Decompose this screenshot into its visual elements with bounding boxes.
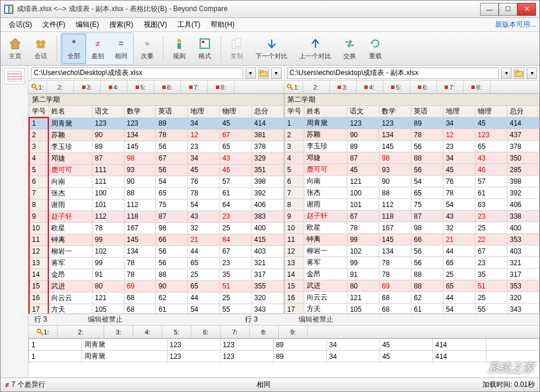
right-grid[interactable]: 第二学期学号姓名语文数学英语地理物理总分1周青黛1231238934454142… bbox=[285, 94, 540, 313]
col-header-8[interactable]: 8: bbox=[464, 81, 491, 93]
table-row[interactable]: 6向南12190547657398 bbox=[285, 176, 539, 187]
table-row[interactable]: 16向云云12168624425320 bbox=[29, 292, 283, 304]
table-row[interactable]: 5鹿可可11193564546351 bbox=[29, 164, 283, 176]
swap-button[interactable]: 交换 bbox=[338, 34, 362, 64]
rules-button[interactable]: 规则 bbox=[167, 34, 191, 64]
thumbnail-button[interactable] bbox=[4, 68, 25, 84]
table-row[interactable]: 7张杰10088657861392 bbox=[29, 187, 283, 199]
table-row[interactable]: 11钟离99145662122353 bbox=[285, 234, 539, 245]
table-row[interactable]: 6向南12190547657398 bbox=[29, 176, 283, 187]
table-row[interactable]: 4邓婕8798673443329 bbox=[29, 152, 283, 164]
table-row[interactable]: 14金昂9178882535317 bbox=[285, 269, 539, 280]
maximize-button[interactable]: ☐ bbox=[499, 3, 517, 16]
bottom-col-header[interactable]: 4: bbox=[133, 326, 162, 338]
table-row[interactable]: 9赵子轩112118874323383 bbox=[29, 211, 283, 222]
table-row[interactable]: 8谢雨101112755463406 bbox=[285, 199, 539, 211]
cell: 61 bbox=[411, 304, 443, 314]
table-row[interactable]: 2苏颖901347812123437 bbox=[285, 129, 539, 141]
right-browse-dropdown[interactable]: ▾ bbox=[527, 67, 537, 79]
menu-file[interactable]: 文件(F) bbox=[38, 18, 70, 31]
table-row[interactable]: 1周青黛123123893445414 bbox=[285, 117, 539, 129]
bottom-col-header[interactable]: 2: bbox=[58, 326, 104, 338]
table-row[interactable]: 12柳岩一102134564467403 bbox=[29, 245, 283, 257]
col-header-2[interactable]: 2: bbox=[303, 81, 330, 93]
close-button[interactable]: ✕ bbox=[517, 3, 536, 16]
col-header-3[interactable]: 3: bbox=[74, 81, 101, 93]
table-row[interactable]: 4邓婕8798883443350 bbox=[285, 152, 539, 164]
bottom-col-header[interactable]: 3: bbox=[104, 326, 133, 338]
table-row[interactable]: 10欧星78167983225400 bbox=[29, 222, 283, 234]
col-header-4[interactable]: 4: bbox=[357, 81, 383, 93]
bottom-col-header[interactable]: 1: bbox=[29, 326, 58, 338]
table-row[interactable]: 17方天10568615455343 bbox=[285, 304, 539, 314]
table-row[interactable]: 7张杰10088657861392 bbox=[285, 187, 539, 199]
bottom-row[interactable]: 1周青黛123123893445414 bbox=[29, 351, 539, 362]
bottom-col-header[interactable]: 6: bbox=[191, 326, 221, 338]
table-row[interactable]: 8谢雨101112755464406 bbox=[29, 199, 283, 211]
col-header-6[interactable]: 6: bbox=[410, 81, 437, 93]
col-header-2[interactable]: 2: bbox=[47, 81, 74, 93]
col-header-3[interactable]: 3: bbox=[330, 81, 357, 93]
table-row[interactable]: 12柳岩一102134564467403 bbox=[285, 245, 539, 257]
table-row[interactable]: 13蒋军9978566523321 bbox=[29, 257, 283, 269]
col-header-6[interactable]: 6: bbox=[154, 81, 181, 93]
col-header-7[interactable]: 7: bbox=[181, 81, 208, 93]
right-browse-button[interactable] bbox=[514, 67, 524, 79]
left-grid[interactable]: 第二学期学号姓名语文数学英语地理物理总分1周青黛1231238934454142… bbox=[29, 94, 284, 313]
edit-disabled-left: 编辑被禁止 bbox=[88, 315, 123, 325]
bottom-col-header[interactable]: 9: bbox=[279, 326, 308, 338]
right-path-dropdown[interactable]: ▾ bbox=[501, 67, 511, 79]
table-row[interactable]: 10欧星78167983225400 bbox=[285, 222, 539, 234]
filter-all-button[interactable]: * 全部 bbox=[62, 34, 86, 64]
next-diff-button[interactable]: 下一个对比 bbox=[250, 34, 293, 64]
left-path-dropdown[interactable]: ▾ bbox=[246, 67, 256, 79]
table-row[interactable]: 11钟离99145662184415 bbox=[29, 234, 283, 245]
col-header-key[interactable]: 1: bbox=[29, 81, 47, 93]
prev-diff-button[interactable]: 上一个对比 bbox=[294, 34, 336, 64]
menu-tools[interactable]: 工具(T) bbox=[173, 18, 205, 31]
bottom-cell: 89 bbox=[273, 339, 326, 351]
minimize-button[interactable]: — bbox=[480, 3, 499, 16]
table-row[interactable]: 17方天10568615455343 bbox=[29, 304, 283, 313]
table-row[interactable]: 15武进8069906551355 bbox=[29, 280, 283, 292]
minor-button[interactable]: ≈ 次要 bbox=[135, 34, 159, 64]
table-row[interactable]: 13蒋军9978566523321 bbox=[285, 257, 539, 269]
table-row[interactable]: 3李玉珍89145562365378 bbox=[29, 141, 283, 152]
col-header-5[interactable]: 5: bbox=[383, 81, 410, 93]
table-row[interactable]: 3李玉珍89145562365378 bbox=[285, 141, 539, 152]
table-row[interactable]: 5鹿可可4593564546285 bbox=[285, 164, 539, 176]
home-button[interactable]: 主页 bbox=[3, 34, 27, 64]
filter-diffs-button[interactable]: ≠ 差别 bbox=[86, 34, 109, 64]
sessions-button[interactable]: 会话 bbox=[29, 34, 53, 64]
table-row[interactable]: 9赵子轩67118874323338 bbox=[285, 211, 539, 222]
new-version-link[interactable]: 新版本可用... bbox=[495, 20, 536, 30]
col-header-4[interactable]: 4: bbox=[101, 81, 127, 93]
table-row[interactable]: 1周青黛123123893445414 bbox=[29, 117, 283, 129]
bottom-col-header[interactable]: 8: bbox=[250, 326, 279, 338]
copy-button[interactable]: 复制 bbox=[225, 34, 249, 64]
menu-view[interactable]: 视图(V) bbox=[139, 18, 172, 31]
filter-same-button[interactable]: = 相同 bbox=[109, 34, 133, 64]
col-header-7[interactable]: 7: bbox=[437, 81, 464, 93]
col-header-5[interactable]: 5: bbox=[127, 81, 154, 93]
format-button[interactable]: 格式 bbox=[193, 34, 217, 64]
reload-button[interactable]: 重载 bbox=[363, 34, 388, 64]
bottom-row[interactable]: 1周青黛123123893445414 bbox=[29, 339, 539, 351]
menu-search[interactable]: 搜索(R) bbox=[105, 18, 138, 31]
bottom-col-header[interactable]: 5: bbox=[162, 326, 191, 338]
col-header-key[interactable]: 1: bbox=[285, 81, 303, 93]
menu-edit[interactable]: 编辑(E) bbox=[71, 18, 104, 31]
left-browse-button[interactable] bbox=[258, 67, 269, 79]
bottom-col-header[interactable]: 7: bbox=[221, 326, 250, 338]
left-path-input[interactable] bbox=[31, 67, 243, 79]
menu-help[interactable]: 帮助(H) bbox=[206, 18, 239, 31]
left-browse-dropdown[interactable]: ▾ bbox=[271, 67, 282, 79]
col-header-8[interactable]: 8: bbox=[208, 81, 235, 93]
table-row[interactable]: 14金昂9178882535317 bbox=[29, 269, 283, 280]
bottom-rows[interactable]: 1周青黛1231238934454141周青黛123123893445414 bbox=[29, 338, 539, 377]
menu-session[interactable]: 会话(S) bbox=[4, 18, 37, 31]
right-path-input[interactable] bbox=[287, 67, 499, 79]
table-row[interactable]: 16向云云12168624425320 bbox=[285, 292, 539, 304]
table-row[interactable]: 15武进8069886551353 bbox=[285, 280, 539, 292]
table-row[interactable]: 2苏颖90134781267381 bbox=[29, 129, 283, 141]
